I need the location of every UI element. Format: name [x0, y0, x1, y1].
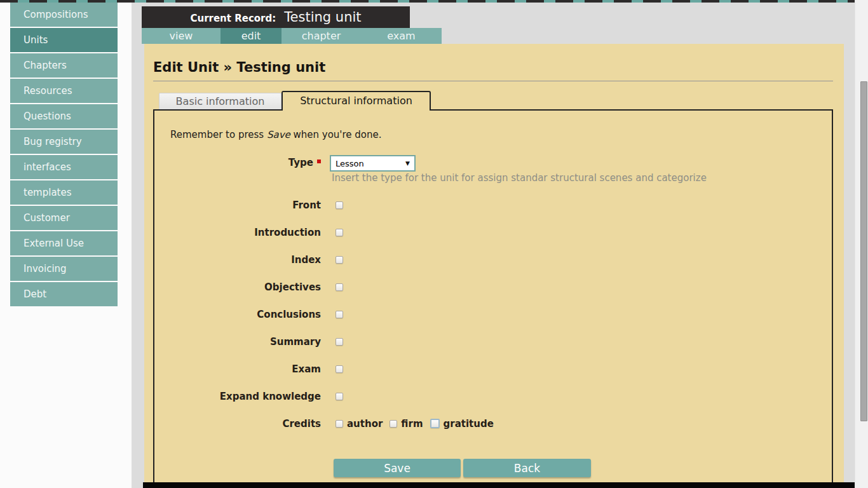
row-label-expand-knowledge: Expand knowledge	[165, 391, 321, 402]
save-reminder-prefix: Remember to press	[170, 129, 267, 140]
conclusions-checkbox[interactable]	[336, 311, 343, 318]
type-select[interactable]: Lesson ▼	[330, 155, 416, 172]
current-record-label: Current Record:	[190, 13, 276, 24]
form-row-summary: Summary	[165, 328, 501, 355]
introduction-checkbox[interactable]	[336, 229, 343, 236]
record-tab-chapter[interactable]: chapter	[281, 28, 361, 44]
bottom-bar	[143, 482, 855, 488]
sidebar-item-debt[interactable]: Debt	[10, 282, 118, 306]
row-label-front: Front	[165, 200, 321, 211]
sidebar-item-resources[interactable]: Resources	[10, 79, 118, 103]
type-field-label: Type	[165, 157, 321, 168]
row-label-objectives: Objectives	[165, 281, 321, 293]
sidebar-item-chapters[interactable]: Chapters	[10, 53, 118, 78]
sidebar-item-invoicing[interactable]: Invoicing	[10, 257, 118, 281]
sidebar-item-customer[interactable]: Customer	[10, 206, 118, 230]
credit-label-firm: firm	[401, 418, 423, 430]
type-help-text: Insert the type for the unit for assign …	[332, 172, 707, 184]
credit-option-author: author	[321, 418, 390, 430]
credit-option-gratitude: gratitude	[430, 418, 501, 430]
record-tab-view[interactable]: view	[142, 28, 220, 44]
credit-label-gratitude: gratitude	[444, 418, 494, 430]
current-record-bar: Current Record: Testing unit	[142, 6, 410, 28]
form-row-front: Front	[165, 191, 501, 219]
row-label-exam: Exam	[165, 363, 321, 375]
row-label-introduction: Introduction	[165, 227, 321, 238]
form-row-expand-knowledge: Expand knowledge	[165, 383, 501, 410]
credit-option-firm: firm	[390, 418, 430, 430]
current-record-value: Testing unit	[284, 10, 361, 25]
sidebar-item-interfaces[interactable]: interfaces	[10, 155, 118, 179]
page-title: Edit Unit » Testing unit	[153, 60, 325, 75]
form-row-introduction: Introduction	[165, 219, 501, 246]
scrollbar-thumb[interactable]	[860, 81, 867, 421]
chevron-down-icon: ▼	[405, 160, 410, 166]
sidebar: CompositionsUnitsChaptersResourcesQuesti…	[10, 3, 118, 308]
sidebar-item-compositions[interactable]: Compositions	[10, 3, 118, 27]
scrollbar-track[interactable]	[855, 0, 868, 488]
front-checkbox[interactable]	[336, 201, 343, 209]
expand-knowledge-checkbox[interactable]	[336, 393, 343, 400]
form-row-index: Index	[165, 246, 501, 273]
firm-checkbox[interactable]	[390, 420, 397, 428]
index-checkbox[interactable]	[336, 256, 343, 264]
record-tab-edit[interactable]: edit	[220, 28, 281, 44]
save-reminder-text: Remember to press Save when you're done.	[170, 129, 382, 140]
tab-structural-information[interactable]: Structural information	[281, 91, 431, 111]
record-tab-exam[interactable]: exam	[361, 28, 442, 44]
sidebar-item-bug-registry[interactable]: Bug registry	[10, 130, 118, 154]
save-button[interactable]: Save	[334, 459, 461, 477]
tab-basic-information[interactable]: Basic information	[159, 93, 281, 109]
row-label-summary: Summary	[165, 336, 321, 348]
summary-checkbox[interactable]	[336, 338, 343, 346]
author-checkbox[interactable]	[336, 420, 343, 428]
sidebar-item-questions[interactable]: Questions	[10, 104, 118, 128]
objectives-checkbox[interactable]	[336, 283, 343, 291]
credit-label-author: author	[347, 418, 383, 430]
row-label-index: Index	[165, 254, 321, 266]
row-label-conclusions: Conclusions	[165, 309, 321, 320]
sidebar-item-external-use[interactable]: External Use	[10, 231, 118, 255]
type-select-value: Lesson	[336, 159, 364, 168]
save-reminder-emphasis: Save	[267, 129, 290, 140]
type-label-text: Type	[288, 157, 313, 168]
form-row-credits: Creditsauthorfirmgratitude	[165, 410, 501, 437]
app-screen: CompositionsUnitsChaptersResourcesQuesti…	[0, 0, 868, 488]
main-content: Edit Unit » Testing unit Basic informati…	[144, 44, 844, 488]
save-reminder-suffix: when you're done.	[290, 129, 382, 140]
row-label-credits: Credits	[165, 418, 321, 430]
structure-rows: FrontIntroductionIndexObjectivesConclusi…	[165, 191, 501, 437]
required-marker-icon	[317, 159, 321, 163]
form-row-objectives: Objectives	[165, 273, 501, 301]
sidebar-item-templates[interactable]: templates	[10, 180, 118, 205]
form-row-exam: Exam	[165, 355, 501, 383]
gratitude-checkbox[interactable]	[430, 419, 440, 428]
form-row-conclusions: Conclusions	[165, 301, 501, 328]
sidebar-item-units[interactable]: Units	[10, 28, 118, 52]
back-button[interactable]: Back	[463, 459, 591, 477]
exam-checkbox[interactable]	[336, 365, 343, 373]
record-tabs: vieweditchapterexam	[142, 28, 442, 44]
title-divider	[153, 81, 833, 81]
